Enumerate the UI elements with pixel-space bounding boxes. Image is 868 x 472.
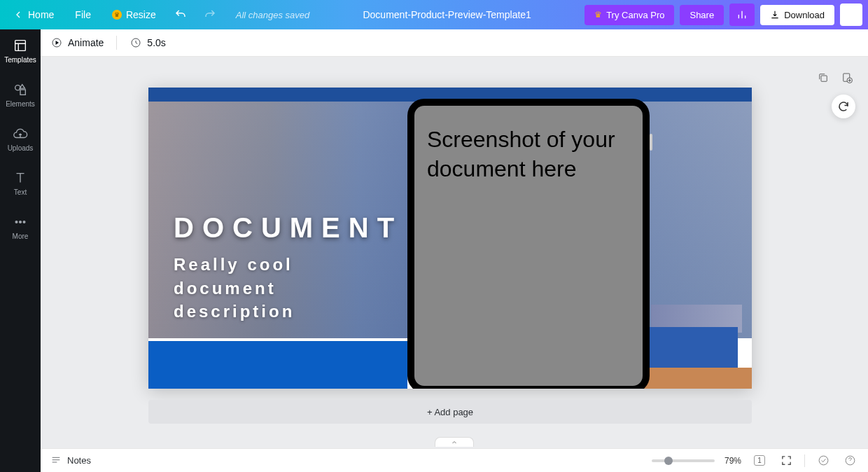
resize-button[interactable]: ♛ Resize bbox=[105, 5, 163, 25]
redo-icon bbox=[204, 8, 216, 21]
dots-horizontal-icon bbox=[13, 214, 28, 230]
crown-icon: ♛ bbox=[594, 10, 602, 20]
bottom-bar: Notes 79% 1 bbox=[41, 448, 868, 472]
svg-rect-8 bbox=[821, 76, 827, 81]
svg-rect-0 bbox=[15, 41, 26, 51]
sidebar-item-more[interactable]: More bbox=[13, 211, 29, 243]
uploads-icon bbox=[13, 126, 28, 141]
check-button[interactable] bbox=[815, 452, 832, 469]
svg-point-11 bbox=[819, 456, 828, 465]
top-bar: Home File ♛ Resize All changes saved Doc… bbox=[0, 0, 868, 29]
document-subheading-text[interactable]: Really cool document description bbox=[174, 253, 356, 324]
help-icon bbox=[844, 454, 856, 466]
notes-icon bbox=[50, 455, 62, 466]
page-count-badge: 1 bbox=[754, 455, 765, 466]
duplicate-icon bbox=[817, 71, 830, 84]
animate-button[interactable]: Animate bbox=[50, 36, 104, 49]
text-icon bbox=[13, 170, 28, 186]
templates-icon bbox=[13, 38, 28, 53]
undo-icon bbox=[174, 8, 187, 21]
more-menu-button[interactable]: ··· bbox=[840, 4, 862, 26]
tablet-placeholder-text[interactable]: Screenshot of your document here bbox=[427, 125, 630, 183]
clock-icon bbox=[130, 36, 142, 49]
insights-button[interactable] bbox=[729, 4, 755, 26]
chevron-up-icon bbox=[450, 438, 458, 447]
check-circle-icon bbox=[818, 454, 830, 466]
fullscreen-button[interactable] bbox=[778, 452, 794, 469]
page-wrapper: DOCUMENT Really cool document descriptio… bbox=[148, 88, 752, 389]
download-icon bbox=[770, 10, 780, 20]
document-title[interactable]: Document-Product-Preview-Template1 bbox=[363, 9, 531, 20]
duration-button[interactable]: 5.0s bbox=[130, 36, 165, 49]
sidebar-item-elements[interactable]: Elements bbox=[6, 79, 35, 111]
dots-horizontal-icon: ··· bbox=[846, 9, 857, 20]
sidebar-item-uploads[interactable]: Uploads bbox=[8, 123, 34, 155]
grid-view-button[interactable]: 1 bbox=[751, 452, 768, 469]
svg-point-3 bbox=[15, 221, 18, 223]
chevron-left-icon bbox=[13, 9, 24, 20]
design-page[interactable]: DOCUMENT Really cool document descriptio… bbox=[148, 88, 752, 389]
help-button[interactable] bbox=[841, 452, 858, 469]
duplicate-page-button[interactable] bbox=[815, 69, 832, 86]
zoom-thumb[interactable] bbox=[664, 457, 673, 465]
refresh-icon bbox=[837, 100, 850, 113]
zoom-slider[interactable] bbox=[652, 459, 715, 462]
canvas-area: DOCUMENT Really cool document descriptio… bbox=[41, 57, 868, 448]
separator bbox=[116, 36, 117, 50]
separator bbox=[804, 454, 805, 467]
blue-block-bottom-left bbox=[148, 341, 407, 389]
editor-options-bar: Animate 5.0s bbox=[41, 29, 868, 57]
notes-button[interactable]: Notes bbox=[50, 455, 91, 466]
document-heading-text[interactable]: DOCUMENT bbox=[174, 212, 402, 244]
sidebar-item-templates[interactable]: Templates bbox=[4, 35, 36, 67]
svg-rect-2 bbox=[20, 90, 25, 95]
page-tools bbox=[815, 69, 855, 86]
bar-chart-icon bbox=[736, 9, 748, 20]
timeline-handle[interactable] bbox=[435, 437, 474, 447]
crown-icon: ♛ bbox=[112, 10, 122, 20]
download-button[interactable]: Download bbox=[760, 5, 834, 25]
add-page-icon bbox=[841, 71, 853, 84]
zoom-percent[interactable]: 79% bbox=[724, 456, 741, 466]
redo-button[interactable] bbox=[198, 3, 222, 27]
orange-strip bbox=[636, 368, 752, 389]
undo-button[interactable] bbox=[169, 3, 192, 27]
svg-point-4 bbox=[20, 221, 22, 223]
svg-point-5 bbox=[23, 221, 25, 223]
animate-icon bbox=[50, 36, 63, 49]
tablet-screen: Screenshot of your document here bbox=[414, 106, 643, 386]
add-page-icon-button[interactable] bbox=[839, 69, 855, 86]
save-status: All changes saved bbox=[236, 10, 310, 20]
try-pro-button[interactable]: ♛ Try Canva Pro bbox=[584, 5, 674, 25]
fullscreen-icon bbox=[780, 454, 792, 466]
home-label: Home bbox=[28, 9, 54, 20]
share-button[interactable]: Share bbox=[680, 5, 724, 25]
home-button[interactable]: Home bbox=[6, 5, 61, 25]
elements-icon bbox=[13, 82, 28, 97]
file-menu[interactable]: File bbox=[66, 5, 99, 25]
add-page-button[interactable]: + Add page bbox=[148, 400, 752, 424]
side-panel: Templates Elements Uploads Text More bbox=[0, 29, 41, 472]
reload-view-button[interactable] bbox=[832, 95, 855, 118]
sidebar-item-text[interactable]: Text bbox=[13, 167, 28, 199]
tablet-frame[interactable]: Screenshot of your document here bbox=[407, 99, 650, 389]
